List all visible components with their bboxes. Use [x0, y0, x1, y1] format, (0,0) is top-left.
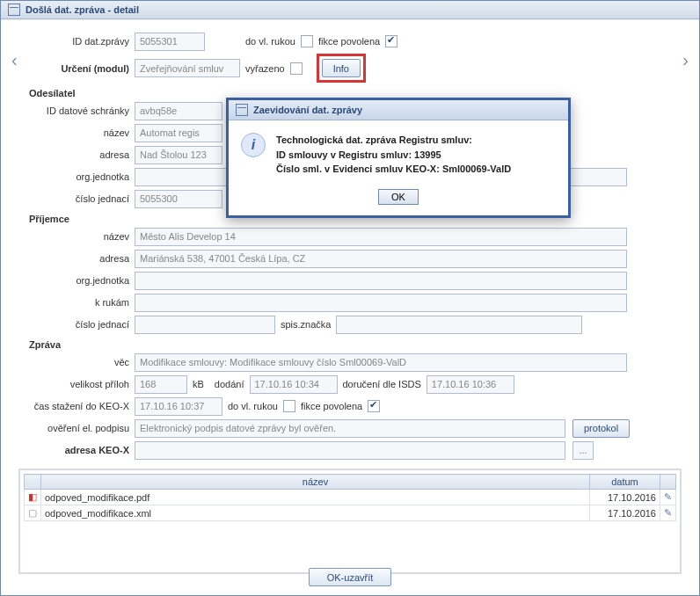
label-doruceni-isds: doručení dle ISDS: [338, 379, 427, 389]
table-row[interactable]: ◧ odpoved_modifikace.pdf 17.10.2016 ✎: [25, 490, 676, 505]
protokol-button[interactable]: protokol: [572, 419, 630, 438]
modal-dialog: Zaevidování dat. zprávy i Technologická …: [226, 98, 571, 218]
label-spis-znacka: spis.značka: [275, 319, 336, 330]
form-area: ID dat.zprávy do vl. rukou fikce povolen…: [29, 32, 671, 460]
ok-close-button[interactable]: OK-uzavřít: [309, 568, 392, 586]
modal-ok-button[interactable]: OK: [378, 189, 419, 205]
rec-nazev-input[interactable]: [135, 228, 627, 246]
main-window: Došlá dat. zpráva - detail ‹ › ID dat.zp…: [0, 0, 700, 596]
label-rec-krukam: k rukám: [29, 297, 135, 308]
col-action: [660, 475, 676, 490]
rec-spis-input[interactable]: [336, 316, 582, 334]
edit-icon[interactable]: ✎: [660, 490, 676, 505]
modal-title: Zaevidování dat. zprávy: [253, 105, 362, 115]
attach-name: odpoved_modifikace.xml: [41, 505, 590, 521]
modal-line1: Technologická dat. zpráva Registru smluv…: [276, 133, 511, 148]
footer: OK-uzavřít: [1, 568, 699, 586]
id-dat-zpravy-input[interactable]: [135, 33, 205, 51]
attachments-table: název datum ◧ odpoved_modifikace.pdf 17.…: [24, 474, 676, 521]
label-overeni: ověření el. podpisu: [29, 423, 135, 433]
label-kb: kB: [187, 379, 209, 389]
label-rec-orgj: org.jednotka: [29, 275, 135, 286]
col-icon: [25, 475, 41, 490]
col-datum[interactable]: datum: [590, 475, 660, 490]
overeni-input[interactable]: [135, 419, 565, 438]
label-do-vl-rukou: do vl. rukou: [240, 36, 301, 47]
attach-date: 17.10.2016: [590, 490, 660, 505]
edit-icon[interactable]: ✎: [660, 505, 676, 521]
modal-footer: OK: [229, 185, 568, 215]
info-button[interactable]: Info: [322, 59, 361, 77]
vec-input[interactable]: [135, 353, 627, 372]
section-zprava: Zpráva: [29, 339, 671, 350]
nav-prev-icon[interactable]: ‹: [11, 50, 18, 70]
attachments-panel: název datum ◧ odpoved_modifikace.pdf 17.…: [18, 469, 682, 574]
vyrazeno-checkbox[interactable]: [290, 62, 303, 75]
xml-icon: ▢: [25, 505, 41, 521]
pdf-icon: ◧: [25, 490, 41, 505]
modal-line2: ID smlouvy v Registru smluv: 13995: [276, 148, 511, 163]
modal-line3: Číslo sml. v Evidenci smluv KEO-X: Sml00…: [276, 162, 511, 177]
label-sender-adresa: adresa: [29, 149, 135, 160]
label-msg-fikce: fikce povolena: [295, 401, 368, 411]
rec-cj-input[interactable]: [135, 316, 275, 334]
msg-dovlrukou-checkbox[interactable]: [283, 400, 295, 412]
sender-idds-input[interactable]: [135, 102, 222, 120]
do-vl-rukou-checkbox[interactable]: [301, 35, 313, 47]
titlebar: Došlá dat. zpráva - detail: [1, 1, 699, 19]
label-velpriloh: velikost příloh: [29, 379, 135, 389]
window-title: Došlá dat. zpráva - detail: [26, 4, 139, 15]
label-fikce-povolena: fikce povolena: [313, 36, 385, 47]
label-rec-adresa: adresa: [29, 253, 135, 264]
browse-keox-button[interactable]: ...: [572, 441, 594, 460]
msg-fikce-checkbox[interactable]: [368, 400, 380, 412]
label-vec: věc: [29, 357, 135, 367]
label-sender-cj: číslo jednací: [29, 193, 135, 204]
modal-text: Technologická dat. zpráva Registru smluv…: [276, 133, 511, 177]
dodani-input[interactable]: [250, 375, 338, 394]
label-id-ds: ID datové schránky: [29, 105, 135, 116]
label-rec-cj: číslo jednací: [29, 319, 135, 330]
sender-adresa-input[interactable]: [135, 146, 222, 164]
modal-body: i Technologická dat. zpráva Registru sml…: [229, 120, 568, 185]
rec-orgj-input[interactable]: [135, 272, 627, 290]
modal-app-icon: [236, 104, 248, 116]
label-sender-nazev: název: [29, 127, 135, 138]
label-msg-dovlrukou: do vl. rukou: [222, 401, 283, 411]
adresa-keox-input[interactable]: [135, 441, 565, 460]
doruceni-isds-input[interactable]: [427, 375, 514, 394]
table-row[interactable]: ▢ odpoved_modifikace.xml 17.10.2016 ✎: [25, 505, 676, 521]
col-nazev[interactable]: název: [41, 475, 590, 490]
fikce-povolena-checkbox[interactable]: [385, 35, 397, 47]
velpriloh-input[interactable]: [135, 375, 187, 394]
label-adresa-keox: adresa KEO-X: [29, 445, 135, 455]
label-rec-nazev: název: [29, 231, 135, 242]
app-icon: [8, 4, 20, 16]
urceni-modul-input[interactable]: [135, 59, 240, 77]
rec-adresa-input[interactable]: [135, 250, 627, 268]
label-casstazeni: čas stažení do KEO-X: [29, 401, 135, 411]
label-urceni-modul: Určení (modul): [29, 63, 135, 74]
attach-date: 17.10.2016: [590, 505, 660, 521]
attach-name: odpoved_modifikace.pdf: [41, 490, 590, 505]
rec-krukam-input[interactable]: [135, 294, 627, 312]
label-sender-orgj: org.jednotka: [29, 171, 135, 182]
modal-titlebar: Zaevidování dat. zprávy: [229, 100, 568, 120]
casstazeni-input[interactable]: [135, 397, 222, 416]
sender-cj-input[interactable]: [135, 190, 222, 208]
label-vyrazeno: vyřazeno: [240, 63, 290, 74]
label-id-dat-zpravy: ID dat.zprávy: [29, 36, 135, 47]
info-highlight-box: Info: [317, 54, 366, 83]
info-icon: i: [241, 133, 266, 157]
nav-next-icon[interactable]: ›: [682, 50, 689, 70]
label-dodani: dodání: [209, 379, 250, 389]
sender-nazev-input[interactable]: [135, 124, 222, 142]
